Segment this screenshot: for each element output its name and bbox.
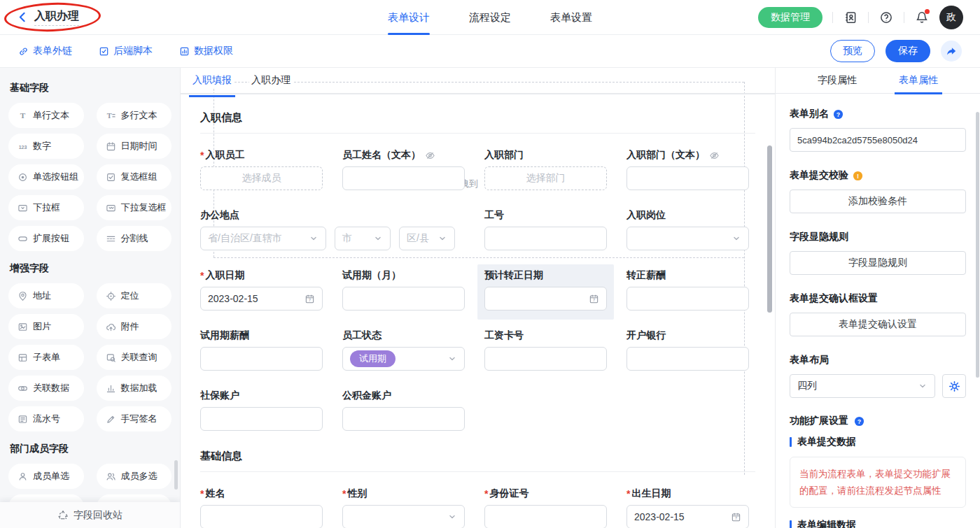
form-page-tab-0[interactable]: 入职填报 [190,73,234,88]
help-filled-icon[interactable]: ? [833,109,844,120]
sidebar-field-单选按钮组[interactable]: 单选按钮组 [8,164,84,190]
header-tab-flow-setting[interactable]: 流程设定 [469,0,511,35]
preview-button[interactable]: 预览 [830,40,875,62]
page-title[interactable]: 入职办理 [34,9,79,26]
sidebar-field-地址[interactable]: 地址 [8,283,84,308]
工号-input[interactable] [484,227,607,250]
panel-scrollbar[interactable] [976,112,979,378]
notification-bell-icon[interactable] [914,10,930,25]
sidebar-field-扩展按钮[interactable]: 扩展按钮 [8,226,84,251]
sidebar-field-附件[interactable]: 附件 [97,314,172,339]
help-filled-icon[interactable]: ? [854,416,864,427]
sidebar-field-关联查询[interactable]: 关联查询 [97,345,172,370]
sidebar-field-定位[interactable]: 定位 [97,283,172,308]
转正薪酬-input[interactable] [626,287,749,311]
data-manage-button[interactable]: 数据管理 [758,7,822,28]
入职员工-picker[interactable]: 选择成员 [200,166,323,190]
sidebar-field-日期时间[interactable]: 日期时间 [97,134,172,159]
form-field-身份证号[interactable]: *身份证号 [484,487,607,528]
share-button[interactable] [941,41,962,62]
form-field-转正薪酬[interactable]: 转正薪酬 [626,269,749,311]
address-select-1[interactable]: 市 [335,227,391,250]
姓名-input[interactable] [200,505,323,528]
help-icon[interactable] [878,10,894,25]
back-chevron-icon[interactable] [17,11,29,23]
save-button[interactable]: 保存 [886,40,930,62]
address-select-0[interactable]: 省/自治区/直辖市 [200,227,326,250]
sidebar-field-图片[interactable]: 图片 [8,314,84,339]
form-field-公积金账户[interactable]: 公积金账户 [342,390,465,431]
back-nav[interactable]: 入职办理 [17,9,79,26]
layout-select[interactable]: 四列 [790,374,935,398]
公积金账户-input[interactable] [342,407,465,431]
试用期（月）-input[interactable] [342,287,465,311]
form-field-员工状态[interactable]: 员工状态试用期 [342,329,465,371]
user-avatar[interactable]: 政 [939,6,963,29]
sidebar-scrollbar[interactable] [174,460,178,490]
form-field-员工姓名（文本）[interactable]: 员工姓名（文本） [342,149,465,190]
form-alias-input[interactable]: 5ca994b2ca2d5755e8050d24 [790,128,966,152]
field-pill-label: 分割线 [121,232,148,245]
header-tab-form-setting[interactable]: 表单设置 [550,0,592,35]
开户银行-input[interactable] [626,347,749,371]
sidebar-field-下拉复选框[interactable]: 下拉复选框 [97,195,172,220]
form-field-入职员工[interactable]: *入职员工选择成员 [200,149,323,190]
form-field-性别[interactable]: *性别 [342,487,465,528]
sidebar-field-多行文本[interactable]: T多行文本 [97,103,172,128]
工资卡号-input[interactable] [484,347,607,371]
sidebar-field-数据加载[interactable]: 数据加载 [97,376,172,401]
properties-tab-form[interactable]: 表单属性 [899,68,938,94]
toolbar-link-2[interactable]: 数据权限 [179,45,233,57]
form-field-办公地点[interactable]: 办公地点省/自治区/直辖市市区/县 [200,209,465,250]
form-field-入职岗位[interactable]: 入职岗位 [626,209,749,250]
身份证号-input[interactable] [484,505,607,528]
form-page-tab-1[interactable]: 入职办理 [249,73,293,88]
address-select-2[interactable]: 区/县 [399,227,455,250]
性别-select[interactable] [342,505,465,528]
入职部门-picker[interactable]: 选择部门 [484,166,607,190]
员工状态-select[interactable]: 试用期 [342,347,465,371]
form-field-工号[interactable]: 工号 [484,209,607,250]
sidebar-field-数字[interactable]: 123数字 [8,134,84,159]
form-field-姓名[interactable]: *姓名 [200,487,323,528]
form-field-试用期薪酬[interactable]: 试用期薪酬 [200,329,323,371]
form-field-预计转正日期[interactable]: 预计转正日期7 [477,264,614,320]
试用期薪酬-input[interactable] [200,347,323,371]
form-field-开户银行[interactable]: 开户银行 [626,329,749,371]
sidebar-field-分割线[interactable]: 分割线 [97,226,172,251]
field-recycle-bin[interactable]: 字段回收站 [0,502,180,528]
sidebar-field-成员多选[interactable]: 成员多选 [97,464,172,489]
sidebar-field-单行文本[interactable]: T单行文本 [8,103,84,128]
field-visibility-button[interactable]: 字段显隐规则 [790,251,966,275]
form-field-社保账户[interactable]: 社保账户 [200,390,323,431]
入职日期-date-input[interactable]: 2023-02-157 [200,287,323,311]
submit-confirm-button[interactable]: 表单提交确认设置 [790,313,966,336]
员工姓名（文本）-input[interactable] [342,166,465,190]
sidebar-field-下拉框[interactable]: 下拉框 [8,195,84,220]
sidebar-field-复选框组[interactable]: 复选框组 [97,164,172,190]
sidebar-field-流水号[interactable]: 流水号 [8,406,84,431]
form-field-出生日期[interactable]: *出生日期2023-02-157 [626,487,749,528]
社保账户-input[interactable] [200,407,323,431]
form-field-入职部门[interactable]: 入职部门选择部门 [484,149,607,190]
add-validation-button[interactable]: 添加校验条件 [790,190,966,213]
预计转正日期-date-input[interactable]: 7 [484,287,607,311]
form-field-工资卡号[interactable]: 工资卡号 [484,329,607,371]
canvas-scrollbar[interactable] [767,145,772,313]
form-field-入职部门（文本）[interactable]: 入职部门（文本） [626,149,749,190]
toolbar-link-0[interactable]: 表单外链 [18,45,72,57]
layout-settings-button[interactable] [942,374,966,398]
出生日期-date-input[interactable]: 2023-02-157 [626,505,749,528]
入职部门（文本）-input[interactable] [626,166,749,190]
sidebar-field-子表单[interactable]: 子表单 [8,345,84,370]
form-field-试用期（月）[interactable]: 试用期（月） [342,269,465,311]
toolbar-link-1[interactable]: 后端脚本 [99,45,153,57]
properties-tab-field[interactable]: 字段属性 [818,68,857,94]
contacts-book-icon[interactable] [843,10,858,25]
form-field-入职日期[interactable]: *入职日期2023-02-157 [200,269,323,311]
sidebar-field-成员单选[interactable]: 成员单选 [8,464,84,489]
header-tab-form-design[interactable]: 表单设计 [388,0,430,35]
sidebar-field-关联数据[interactable]: 关联数据 [8,376,84,401]
入职岗位-select[interactable] [626,227,749,250]
sidebar-field-手写签名[interactable]: 手写签名 [97,406,172,431]
